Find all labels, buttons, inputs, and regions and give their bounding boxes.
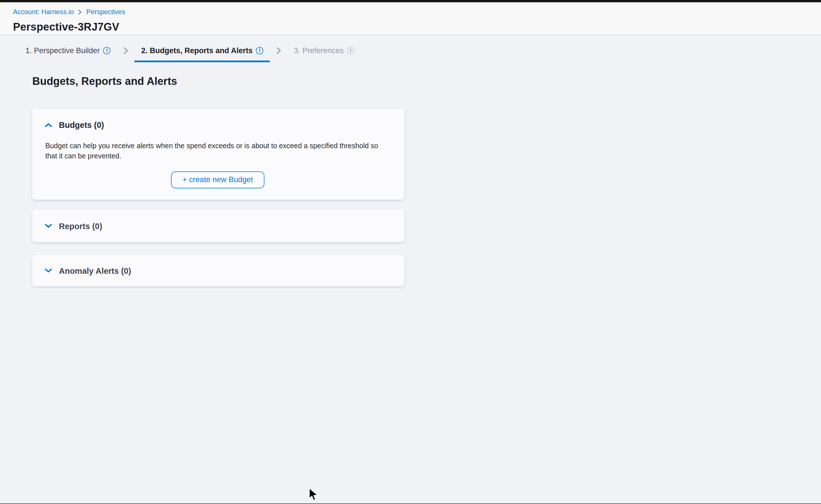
anomaly-alerts-panel-header[interactable]: Anomaly Alerts (0)	[45, 266, 131, 275]
chevron-down-icon	[45, 223, 52, 229]
reports-panel-header[interactable]: Reports (0)	[45, 221, 102, 231]
tab-underline	[19, 61, 117, 62]
page-title: Perspective-3RJ7GV	[13, 21, 821, 33]
tab-budgets-reports-alerts[interactable]: 2. Budgets, Reports and Alerts i	[134, 45, 270, 62]
info-icon[interactable]: i	[103, 47, 111, 54]
chevron-down-icon	[45, 268, 52, 273]
panels-list: Budgets (0) Budget can help you receive …	[32, 109, 404, 286]
tab-label: 2. Budgets, Reports and Alerts	[141, 46, 253, 55]
tab-underline	[287, 61, 361, 62]
breadcrumb: Account: Harness.io Perspectives	[13, 8, 821, 16]
mouse-cursor	[309, 488, 319, 504]
anomaly-alerts-panel: Anomaly Alerts (0)	[32, 255, 404, 286]
chevron-right-icon	[276, 47, 282, 54]
reports-panel-title: Reports (0)	[59, 221, 102, 231]
budgets-panel-header[interactable]: Budgets (0)	[45, 120, 391, 130]
info-icon[interactable]: i	[347, 47, 354, 54]
breadcrumb-perspectives-link[interactable]: Perspectives	[86, 8, 125, 16]
chevron-right-icon	[78, 10, 82, 15]
wizard-steps: 1. Perspective Builder i 2. Budgets, Rep…	[0, 35, 821, 62]
section-heading: Budgets, Reports and Alerts	[32, 75, 821, 88]
chevron-up-icon	[45, 122, 52, 128]
budgets-button-row: + create new Budget	[45, 171, 391, 188]
page-header: Account: Harness.io Perspectives Perspec…	[0, 2, 821, 35]
chevron-right-icon	[123, 47, 129, 54]
budgets-description-line: Budget can help you receive alerts when …	[45, 141, 391, 151]
anomaly-alerts-panel-title: Anomaly Alerts (0)	[59, 266, 131, 275]
create-new-budget-button[interactable]: + create new Budget	[171, 171, 264, 188]
active-tab-underline	[134, 61, 270, 62]
tab-preferences[interactable]: 3. Preferences i	[287, 45, 361, 62]
budgets-description: Budget can help you receive alerts when …	[45, 141, 391, 161]
tab-perspective-builder[interactable]: 1. Perspective Builder i	[19, 45, 117, 62]
info-icon[interactable]: i	[256, 47, 263, 54]
window-top-edge	[0, 0, 821, 2]
breadcrumb-account-link[interactable]: Account: Harness.io	[13, 8, 74, 16]
tab-label: 1. Perspective Builder	[25, 46, 100, 55]
reports-panel: Reports (0)	[32, 210, 404, 242]
budgets-panel: Budgets (0) Budget can help you receive …	[32, 109, 404, 200]
budgets-description-line: that it can be prevented.	[45, 151, 391, 161]
budgets-panel-title: Budgets (0)	[59, 120, 104, 130]
tab-label: 3. Preferences	[294, 46, 344, 55]
app-window: Account: Harness.io Perspectives Perspec…	[0, 0, 821, 504]
